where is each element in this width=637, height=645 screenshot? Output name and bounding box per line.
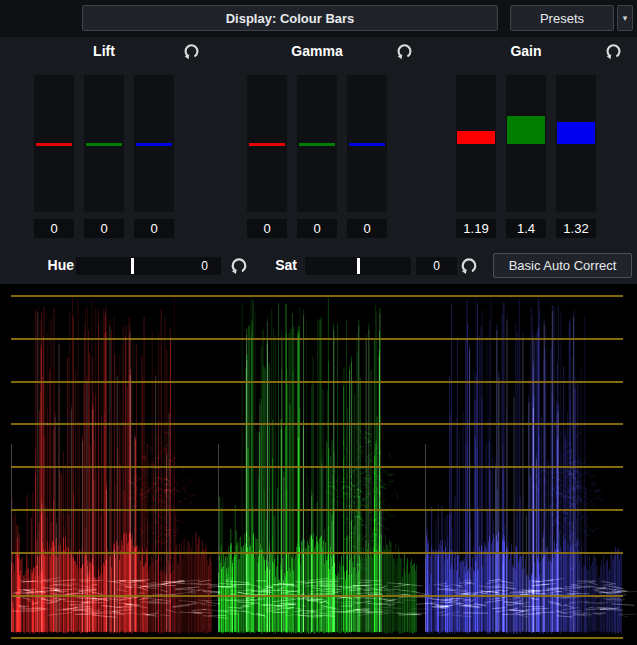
- hue-slider-handle[interactable]: [131, 258, 134, 274]
- sat-value[interactable]: 0: [416, 257, 457, 275]
- display-source-button[interactable]: Display: Colour Bars: [82, 5, 498, 31]
- gain-green-value[interactable]: 1.4: [506, 219, 546, 238]
- gain-blue-marker: [557, 122, 595, 144]
- hue-slider[interactable]: [76, 257, 188, 275]
- gamma-green-marker: [299, 143, 335, 146]
- reset-icon: [183, 43, 200, 60]
- gain-section: Gain 1.19 1.4 1.32: [456, 43, 626, 243]
- sat-reset-button[interactable]: [458, 255, 480, 277]
- gamma-red-marker: [249, 143, 285, 146]
- gamma-red-slider[interactable]: [247, 75, 287, 212]
- colour-correct-panel: Display: Colour Bars Presets ▾ Lift 0 0 …: [0, 0, 637, 645]
- presets-button[interactable]: Presets: [510, 5, 614, 31]
- sat-slider[interactable]: [305, 257, 411, 275]
- lift-red-value[interactable]: 0: [34, 219, 74, 238]
- presets-dropdown-button[interactable]: ▾: [617, 5, 633, 31]
- lift-label: Lift: [34, 43, 174, 59]
- lift-reset-button[interactable]: [180, 40, 202, 62]
- lift-green-slider[interactable]: [84, 75, 124, 212]
- gamma-blue-slider[interactable]: [347, 75, 387, 212]
- hue-reset-button[interactable]: [228, 255, 250, 277]
- gamma-green-slider[interactable]: [297, 75, 337, 212]
- gain-label: Gain: [456, 43, 596, 59]
- hue-value[interactable]: 0: [188, 257, 221, 275]
- lift-red-marker: [36, 143, 72, 146]
- gamma-blue-value[interactable]: 0: [347, 219, 387, 238]
- lift-red-slider[interactable]: [34, 75, 74, 212]
- reset-icon: [230, 257, 248, 275]
- reset-icon: [460, 257, 478, 275]
- lift-blue-value[interactable]: 0: [134, 219, 174, 238]
- gamma-red-value[interactable]: 0: [247, 219, 287, 238]
- gain-blue-value[interactable]: 1.32: [556, 219, 596, 238]
- lift-green-marker: [86, 143, 122, 146]
- gain-red-marker: [457, 131, 495, 144]
- sat-slider-handle[interactable]: [357, 258, 360, 274]
- lift-blue-marker: [136, 143, 172, 146]
- waveform-canvas: [0, 284, 637, 645]
- waveform-panel: [0, 284, 637, 645]
- reset-icon: [396, 43, 413, 60]
- chevron-down-icon: ▾: [623, 13, 628, 23]
- gamma-blue-marker: [349, 143, 385, 146]
- gain-green-slider[interactable]: [506, 75, 546, 212]
- lift-blue-slider[interactable]: [134, 75, 174, 212]
- basic-auto-correct-button[interactable]: Basic Auto Correct: [493, 253, 632, 278]
- reset-icon: [605, 43, 622, 60]
- gamma-label: Gamma: [247, 43, 387, 59]
- gain-red-value[interactable]: 1.19: [456, 219, 496, 238]
- lift-section: Lift 0 0 0: [34, 43, 204, 243]
- gamma-reset-button[interactable]: [393, 40, 415, 62]
- gamma-green-value[interactable]: 0: [297, 219, 337, 238]
- lift-green-value[interactable]: 0: [84, 219, 124, 238]
- sat-label: Sat: [267, 257, 297, 273]
- gamma-section: Gamma 0 0 0: [247, 43, 417, 243]
- gain-blue-slider[interactable]: [556, 75, 596, 212]
- hue-label: Hue: [44, 257, 74, 273]
- gain-green-marker: [507, 116, 545, 144]
- gain-red-slider[interactable]: [456, 75, 496, 212]
- gain-reset-button[interactable]: [602, 40, 624, 62]
